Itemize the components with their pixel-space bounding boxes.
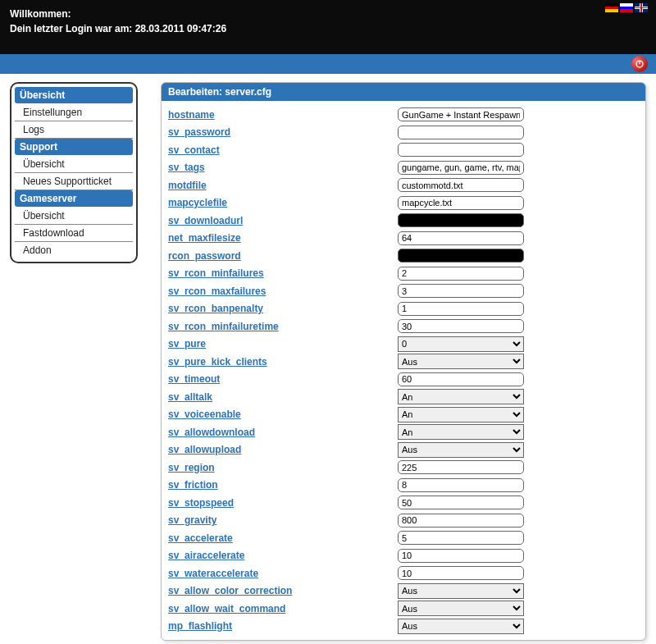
sv_airaccelerate-input[interactable] (398, 549, 524, 563)
sv_rcon_minfailures-input[interactable] (398, 267, 524, 281)
config-row: sv_allow_color_correctionAus (168, 582, 639, 600)
config-row: sv_downloadurl (168, 212, 639, 229)
field-label: sv_voiceenable (168, 409, 398, 420)
mp_flashlight-select[interactable]: Aus (398, 619, 524, 634)
sv_gravity-input[interactable] (398, 514, 524, 528)
sidebar-item[interactable]: Neues Supportticket (15, 173, 133, 190)
field-control: An (398, 407, 524, 422)
power-button[interactable] (631, 56, 648, 72)
sv_allow_wait_command-select[interactable]: Aus (398, 601, 524, 616)
sv_rcon_banpenalty-input[interactable] (398, 302, 524, 316)
config-row: motdfile (168, 176, 639, 194)
config-row: sv_region (168, 459, 639, 476)
config-row: mapcyclefile (168, 194, 639, 212)
field-control (398, 213, 524, 227)
hostname-input[interactable] (398, 107, 524, 121)
sv_contact-input[interactable] (398, 143, 524, 157)
sv_timeout-input[interactable] (398, 372, 524, 386)
sidebar-item[interactable]: Addon (15, 242, 133, 258)
field-label: sv_timeout (168, 373, 398, 385)
field-label: sv_region (168, 462, 398, 473)
sv_friction-input[interactable] (398, 478, 524, 492)
panel-title: Bearbeiten: server.cfg (162, 83, 645, 101)
sidebar-header[interactable]: Übersicht (15, 87, 133, 103)
field-control (398, 566, 524, 580)
config-row: rcon_password (168, 247, 639, 264)
last-login-text: Dein letzter Login war am: 28.03.2011 09… (10, 23, 646, 34)
sv_rcon_minfailuretime-input[interactable] (398, 319, 524, 333)
sv_pure-select[interactable]: 0 (398, 336, 524, 352)
language-flags (605, 3, 648, 12)
field-label: sv_allow_color_correction (168, 585, 398, 596)
power-icon (635, 59, 645, 69)
field-control (398, 302, 524, 316)
config-row: sv_allowuploadAus (168, 441, 639, 459)
sidebar: ÜbersichtEinstellungenLogsSupportÜbersic… (10, 82, 138, 263)
field-label: sv_gravity (168, 514, 398, 526)
sidebar-item[interactable]: Logs (15, 121, 133, 139)
sv_allowdownload-select[interactable]: An (398, 424, 524, 440)
sv_downloadurl-input[interactable] (398, 213, 524, 227)
sv_password-input[interactable] (398, 126, 524, 139)
net_maxfilesize-input[interactable] (398, 231, 524, 245)
welcome-text: Willkommen: (10, 8, 646, 20)
field-control: Aus (398, 583, 524, 599)
field-control (398, 196, 524, 210)
field-label: sv_rcon_minfailures (168, 267, 398, 279)
field-control (398, 284, 524, 298)
config-row: sv_wateraccelerate (168, 564, 639, 582)
config-row: sv_stopspeed (168, 494, 639, 511)
field-control: An (398, 389, 524, 404)
flag-uk-icon[interactable] (635, 3, 648, 12)
sv_pure_kick_clients-select[interactable]: Aus (398, 354, 524, 369)
field-label: net_maxfilesize (168, 232, 398, 244)
sv_region-input[interactable] (398, 460, 524, 474)
field-label: sv_contact (168, 144, 398, 156)
field-label: sv_wateraccelerate (168, 568, 398, 579)
flag-ru-icon[interactable] (620, 3, 633, 12)
field-control (398, 372, 524, 386)
sidebar-header[interactable]: Support (15, 139, 133, 155)
config-row: sv_pure0 (168, 336, 639, 353)
sv_alltalk-select[interactable]: An (398, 389, 524, 404)
sv_allowupload-select[interactable]: Aus (398, 442, 524, 458)
flag-de-icon[interactable] (605, 3, 618, 12)
sv_tags-input[interactable] (398, 161, 524, 175)
sidebar-item[interactable]: Übersicht (15, 208, 133, 225)
config-form: hostnamesv_passwordsv_contactsv_tagsmotd… (162, 101, 645, 640)
sidebar-item[interactable]: Übersicht (15, 156, 133, 173)
config-row: sv_rcon_minfailuretime (168, 317, 639, 335)
config-row: sv_rcon_maxfailures (168, 282, 639, 299)
field-control (398, 514, 524, 528)
config-row: sv_timeout (168, 371, 639, 388)
config-row: net_maxfilesize (168, 230, 639, 247)
field-control (398, 319, 524, 333)
field-label: sv_pure (168, 338, 398, 349)
sidebar-item[interactable]: Fastdownload (15, 225, 133, 242)
header-bar (0, 54, 656, 74)
config-row: sv_rcon_banpenalty (168, 300, 639, 317)
rcon_password-input[interactable] (398, 249, 524, 263)
sidebar-header[interactable]: Gameserver (15, 190, 133, 207)
config-row: sv_airaccelerate (168, 547, 639, 564)
mapcyclefile-input[interactable] (398, 196, 524, 210)
field-control (398, 460, 524, 474)
sv_stopspeed-input[interactable] (398, 496, 524, 509)
field-label: motdfile (168, 180, 398, 191)
field-control: 0 (398, 336, 524, 352)
motdfile-input[interactable] (398, 178, 524, 192)
config-row: sv_rcon_minfailures (168, 265, 639, 282)
field-control: Aus (398, 442, 524, 458)
sv_wateraccelerate-input[interactable] (398, 566, 524, 580)
config-row: sv_allow_wait_commandAus (168, 600, 639, 617)
sv_voiceenable-select[interactable]: An (398, 407, 524, 422)
sidebar-item[interactable]: Einstellungen (15, 104, 133, 121)
field-control (398, 143, 524, 157)
field-control: Aus (398, 354, 524, 369)
config-row: sv_password (168, 124, 639, 141)
field-control (398, 531, 524, 545)
sv_allow_color_correction-select[interactable]: Aus (398, 583, 524, 599)
sv_rcon_maxfailures-input[interactable] (398, 284, 524, 298)
sv_accelerate-input[interactable] (398, 531, 524, 545)
top-bar: Willkommen: Dein letzter Login war am: 2… (0, 0, 656, 54)
